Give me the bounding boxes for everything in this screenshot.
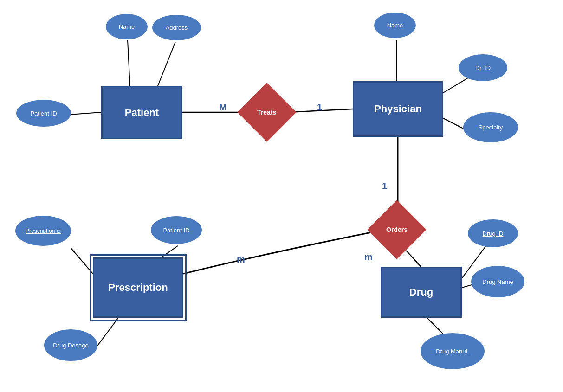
orders-m-label: m bbox=[364, 252, 373, 263]
prescription-entity: Prescription bbox=[93, 257, 183, 318]
svg-line-9 bbox=[406, 251, 421, 267]
physician-name-attr: Name bbox=[374, 13, 416, 38]
svg-line-2 bbox=[70, 112, 101, 115]
svg-line-7 bbox=[443, 118, 464, 129]
svg-line-3 bbox=[128, 40, 130, 86]
drug-entity: Drug bbox=[381, 267, 462, 318]
drug-name-attr: Drug Name bbox=[471, 266, 524, 297]
patient-address-attr: Address bbox=[152, 15, 201, 40]
patient-name-attr: Name bbox=[106, 14, 148, 39]
drug-id-attr: Drug ID bbox=[468, 219, 518, 247]
svg-line-15 bbox=[427, 318, 443, 334]
treats-m-label: M bbox=[219, 102, 227, 113]
treats-relationship: Treats bbox=[237, 83, 296, 141]
svg-line-12 bbox=[97, 318, 118, 346]
patient-entity: Patient bbox=[101, 86, 182, 139]
svg-line-4 bbox=[158, 42, 175, 86]
drug-manuf-attr: Drug Manuf. bbox=[421, 333, 485, 369]
physician-entity: Physician bbox=[353, 81, 443, 137]
orders-1-label: 1 bbox=[382, 181, 387, 192]
prescription-patientid-attr: Patient ID bbox=[151, 216, 202, 244]
patient-id-attr: Patient ID bbox=[16, 100, 71, 127]
dr-id-attr: Dr. ID bbox=[459, 54, 507, 81]
orders-relationship: Orders bbox=[367, 200, 426, 259]
er-canvas: Patient Physician Prescription Drug Trea… bbox=[0, 0, 563, 392]
svg-line-11 bbox=[71, 248, 93, 274]
prescription-m-label: m bbox=[237, 254, 245, 265]
treats-1-label: 1 bbox=[317, 102, 322, 113]
specialty-attr: Specialty bbox=[463, 112, 518, 142]
prescription-id-attr: Prescription id bbox=[15, 216, 71, 246]
drug-dosage-attr: Drug Dosage bbox=[44, 329, 97, 361]
